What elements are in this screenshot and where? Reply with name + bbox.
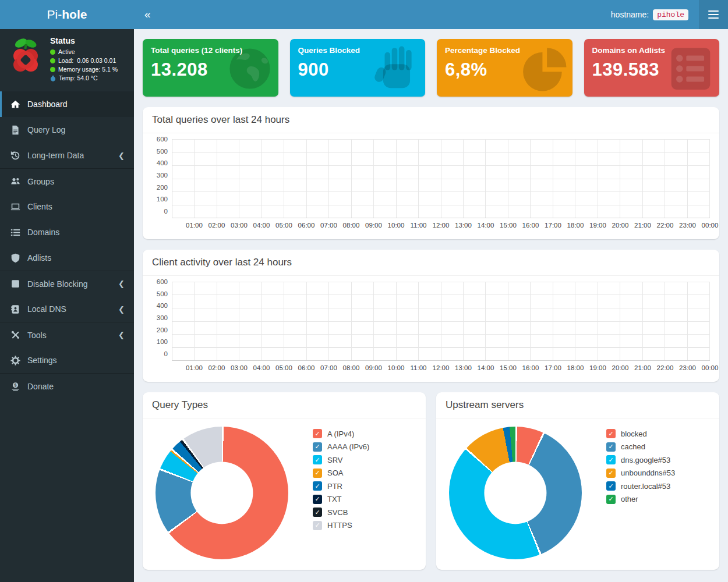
chart-plot-area [172, 282, 710, 361]
legend-item[interactable]: ✓blocked [606, 429, 675, 438]
legend-label: PTR [327, 482, 342, 491]
brand-text-bold: hole [62, 8, 87, 22]
legend-checkbox-icon: ✓ [606, 429, 616, 438]
y-axis-labels: 6005004003002001000 [149, 278, 172, 357]
navbar: « hostname: pihole [134, 0, 728, 29]
query-types-donut [156, 427, 288, 559]
top-bar: Pi-hole « hostname: pihole [0, 0, 728, 29]
status-panel: Status Active Load: 0.06 0.03 0.01 Memor… [0, 29, 134, 91]
legend-label: HTTPS [327, 521, 352, 530]
sidebar-item-disable-blocking[interactable]: Disable Blocking ❮ [0, 271, 134, 296]
x-axis-labels: 01:0002:0003:0004:0005:0006:0007:0008:00… [172, 221, 710, 232]
client-activity-box: Client activity over last 24 hours 60050… [143, 250, 719, 382]
status-memory: Memory usage: 5.1 % [50, 66, 118, 73]
sidebar-item-settings[interactable]: Settings [0, 347, 134, 373]
chevron-left-icon: ❮ [118, 279, 125, 288]
legend-checkbox-icon: ✓ [313, 481, 322, 491]
legend-item[interactable]: ✓unbounddns#53 [606, 469, 675, 478]
legend-checkbox-icon: ✓ [606, 442, 616, 452]
summary-cards: Total queries (12 clients) 13.208 Querie… [143, 39, 719, 97]
app-logo[interactable]: Pi-hole [0, 0, 134, 29]
card-percentage-blocked[interactable]: Percentage Blocked 6,8% [437, 39, 572, 97]
history-icon [9, 150, 21, 161]
legend-checkbox-icon: ✓ [313, 508, 322, 517]
card-value: 900 [298, 59, 418, 80]
sidebar-menu: Dashboard Query Log Long-term Data ❮ Gro… [0, 91, 134, 399]
legend-item[interactable]: ✓dns.google#53 [606, 455, 675, 464]
legend-label: router.local#53 [621, 482, 670, 491]
legend-checkbox-icon: ✓ [606, 469, 616, 478]
sidebar-item-clients[interactable]: Clients [0, 194, 134, 219]
legend-item[interactable]: ✓PTR [313, 481, 369, 491]
legend-item[interactable]: ✓AAAA (IPv6) [313, 442, 369, 452]
upstream-servers-box: Upstream servers ✓blocked✓cached✓dns.goo… [436, 392, 719, 570]
card-domains-on-adlists[interactable]: Domains on Adlists 139.583 [584, 39, 720, 97]
sidebar-item-long-term-data[interactable]: Long-term Data ❮ [0, 143, 134, 168]
x-axis-labels: 01:0002:0003:0004:0005:0006:0007:0008:00… [172, 363, 710, 375]
status-temp: Temp: 54.0 °C [50, 74, 118, 81]
sidebar-item-query-log[interactable]: Query Log [0, 117, 134, 143]
total-queries-title: Total queries over last 24 hours [143, 107, 719, 133]
chevron-left-icon: ❮ [118, 151, 125, 160]
status-load: Load: 0.06 0.03 0.01 [50, 57, 118, 64]
sidebar-item-dashboard[interactable]: Dashboard [0, 91, 134, 117]
total-queries-box: Total queries over last 24 hours 6005004… [143, 107, 719, 239]
card-title: Queries Blocked [298, 46, 418, 55]
sidebar-item-local-dns[interactable]: Local DNS ❮ [0, 296, 134, 322]
donut-hole [484, 462, 546, 524]
legend-label: A (IPv4) [327, 430, 354, 438]
sidebar-item-adlists[interactable]: Adlists [0, 245, 134, 271]
main-content: Total queries (12 clients) 13.208 Querie… [134, 29, 728, 582]
sidebar-collapse-icon[interactable]: « [134, 8, 161, 21]
status-dot-icon [50, 58, 55, 63]
pihole-raspberry-logo [7, 36, 44, 73]
sidebar-item-domains[interactable]: Domains [0, 219, 134, 245]
legend-item[interactable]: ✓HTTPS [313, 521, 369, 530]
legend-label: dns.google#53 [621, 456, 670, 464]
y-axis-labels: 6005004003002001000 [149, 136, 172, 215]
legend-item[interactable]: ✓A (IPv4) [313, 429, 369, 438]
status-dot-icon [50, 49, 55, 55]
legend-label: SOA [327, 469, 343, 477]
card-value: 13.208 [151, 59, 270, 80]
stop-icon [9, 278, 21, 290]
status-title: Status [50, 36, 118, 45]
sidebar-item-groups[interactable]: Groups [0, 168, 134, 194]
legend-item[interactable]: ✓router.local#53 [606, 481, 675, 491]
client-activity-chart: 6005004003002001000 01:0002:0003:0004:00… [149, 282, 710, 375]
laptop-icon [9, 201, 21, 212]
hostname-label: hostname: [611, 10, 649, 19]
legend-item[interactable]: ✓cached [606, 442, 675, 452]
legend-item[interactable]: ✓TXT [313, 495, 369, 504]
donut-hole [190, 462, 253, 524]
legend-checkbox-icon: ✓ [313, 495, 322, 504]
legend-checkbox-icon: ✓ [313, 521, 322, 530]
legend-item[interactable]: ✓SVCB [313, 508, 369, 517]
home-icon [9, 98, 21, 110]
legend-checkbox-icon: ✓ [606, 495, 616, 504]
sidebar-item-tools[interactable]: Tools ❮ [0, 322, 134, 347]
legend-checkbox-icon: ✓ [313, 429, 322, 438]
total-queries-chart: 6005004003002001000 01:0002:0003:0004:00… [149, 139, 710, 232]
menu-toggle-icon[interactable] [699, 0, 728, 29]
card-title: Total queries (12 clients) [151, 46, 270, 55]
legend-checkbox-icon: ✓ [606, 481, 616, 491]
legend-item[interactable]: ✓other [606, 495, 675, 504]
card-title: Percentage Blocked [445, 46, 564, 55]
sidebar-item-donate[interactable]: $ Donate [0, 373, 134, 399]
tools-icon [9, 329, 21, 341]
status-active: Active [50, 48, 118, 55]
address-book-icon [9, 303, 21, 315]
upstream-servers-legend: ✓blocked✓cached✓dns.google#53✓unbounddns… [606, 429, 675, 559]
status-details: Status Active Load: 0.06 0.03 0.01 Memor… [50, 36, 118, 83]
donate-icon: $ [9, 381, 21, 392]
sidebar: Status Active Load: 0.06 0.03 0.01 Memor… [0, 29, 134, 582]
card-total-queries[interactable]: Total queries (12 clients) 13.208 [143, 39, 278, 97]
users-icon [9, 176, 21, 187]
legend-item[interactable]: ✓SOA [313, 469, 369, 478]
chevron-left-icon: ❮ [118, 331, 125, 339]
shield-icon [9, 252, 21, 264]
card-queries-blocked[interactable]: Queries Blocked 900 [290, 39, 426, 97]
status-dot-icon [50, 67, 55, 72]
legend-item[interactable]: ✓SRV [313, 455, 369, 464]
